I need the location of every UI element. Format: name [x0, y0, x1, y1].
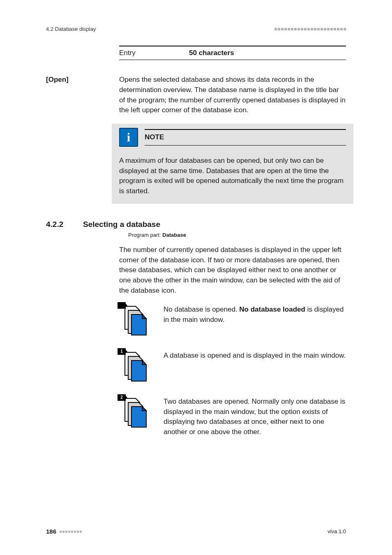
icon-state-text-bold: No database loaded	[239, 305, 305, 313]
section-title: Selecting a database	[83, 219, 160, 230]
icon-state-text-pre: No database is opened.	[164, 305, 239, 313]
icon-state-text: No database is opened. No database loade…	[164, 304, 346, 325]
header-section-ref: 4.2 Database display	[46, 25, 96, 33]
database-icon	[119, 304, 151, 336]
page-number: 186	[46, 527, 56, 536]
page-footer: 186 viva 1.0	[46, 527, 346, 536]
entry-value: 50 characters	[189, 48, 234, 58]
badge-blank-icon	[118, 302, 126, 309]
content-grid: Entry 50 characters [Open] Opens the sel…	[46, 46, 346, 451]
running-header: 4.2 Database display	[46, 25, 346, 33]
badge-count-icon: 1	[118, 348, 126, 355]
note-box: i NOTE A maximum of four databases can b…	[112, 124, 353, 204]
database-icon: 2	[119, 396, 151, 428]
badge-count-icon: 2	[118, 394, 126, 401]
doc-version: viva 1.0	[327, 528, 346, 536]
icon-state-text: Two databases are opened. Normally only …	[164, 396, 346, 437]
footer-decoration-dots	[60, 531, 82, 533]
database-icon: 1	[119, 350, 151, 382]
info-icon: i	[119, 128, 138, 147]
note-body: A maximum of four databases can be opene…	[119, 156, 346, 197]
program-part-prefix: Program part:	[128, 232, 162, 238]
list-item: 1 A database is opened and is displayed …	[119, 350, 346, 382]
entry-table: Entry 50 characters	[119, 46, 346, 60]
open-heading: [Open]	[46, 75, 119, 85]
icon-state-text-pre: A database is opened and is displayed in…	[164, 352, 346, 359]
open-body: Opens the selected database and shows it…	[119, 75, 346, 116]
list-item: 2 Two databases are opened. Normally onl…	[119, 396, 346, 437]
note-title: NOTE	[145, 133, 164, 141]
section-heading: 4.2.2 Selecting a database	[46, 219, 346, 230]
list-item: No database is opened. No database loade…	[119, 304, 346, 336]
section-number: 4.2.2	[46, 219, 83, 230]
svg-marker-3	[142, 314, 146, 319]
program-part-value: Database	[162, 232, 186, 238]
svg-marker-7	[142, 361, 146, 365]
section-body: The number of currently opened databases…	[119, 245, 346, 296]
svg-marker-11	[142, 407, 146, 411]
icon-state-text: A database is opened and is displayed in…	[164, 350, 346, 361]
header-decoration-dots	[274, 28, 346, 30]
entry-label: Entry	[119, 48, 189, 58]
program-part: Program part: Database	[128, 231, 346, 239]
icon-state-text-pre: Two databases are opened. Normally only …	[164, 398, 345, 436]
document-page: 4.2 Database display Entry 50 characters…	[0, 0, 392, 555]
